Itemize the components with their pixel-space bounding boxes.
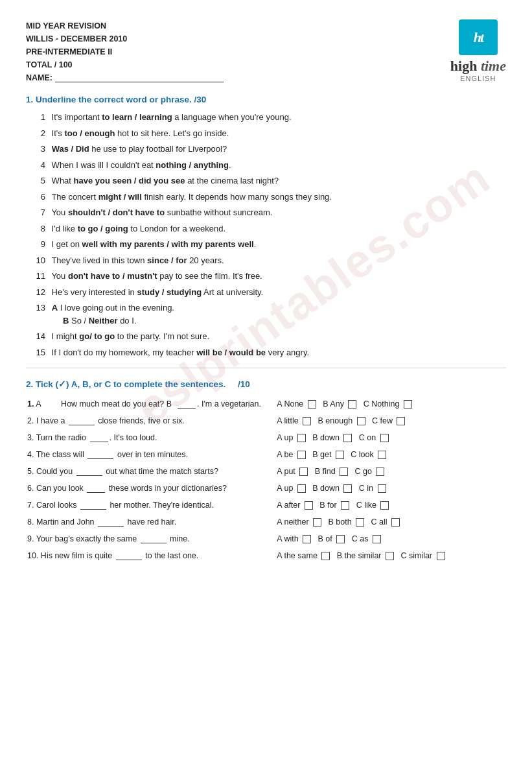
logo-icon: ht xyxy=(459,19,498,55)
table-row: 9. Your bag's exactly the same mine. A w… xyxy=(26,530,506,547)
right-cell: A up B down C on xyxy=(275,429,506,446)
checkbox-9b[interactable] xyxy=(336,535,345,543)
checkbox-8b[interactable] xyxy=(356,518,364,527)
left-cell: 2. I have a close friends, five or six. xyxy=(26,412,275,429)
checkbox-3b[interactable] xyxy=(343,434,352,442)
checkbox-1c[interactable] xyxy=(404,400,412,409)
checkbox-8c[interactable] xyxy=(391,518,400,527)
checkbox-7b[interactable] xyxy=(341,501,349,510)
blank xyxy=(76,468,102,476)
checkbox-4c[interactable] xyxy=(378,451,386,459)
checkbox-6b[interactable] xyxy=(343,484,352,493)
checkbox-6c[interactable] xyxy=(378,484,386,493)
blank xyxy=(69,417,95,425)
checkbox-2c[interactable] xyxy=(397,417,405,425)
list-item: 13 A I love going out in the evening. B … xyxy=(32,302,506,327)
left-cell: 6. Can you look these words in your dict… xyxy=(26,480,275,497)
right-cell: A put B find C go xyxy=(275,463,506,480)
section1-title: 1. Underline the correct word or phrase.… xyxy=(26,95,506,104)
list-item: 2 It's too / enough hot to sit here. Let… xyxy=(32,127,506,140)
page-content: MID YEAR REVISION WILLIS - DECEMBER 2010… xyxy=(26,19,506,564)
checkbox-4b[interactable] xyxy=(336,451,344,459)
logo-sub: English xyxy=(460,75,496,82)
checkbox-5b[interactable] xyxy=(340,468,348,476)
blank xyxy=(90,434,108,442)
right-cell: A be B get C look xyxy=(275,446,506,463)
list-item: 11 You don't have to / mustn't pay to se… xyxy=(32,270,506,283)
list-item: 5 What have you seen / did you see at th… xyxy=(32,174,506,187)
checkbox-7a[interactable] xyxy=(305,501,313,510)
checkbox-8a[interactable] xyxy=(313,518,321,527)
right-cell: A after B for C like xyxy=(275,497,506,514)
checkbox-2b[interactable] xyxy=(357,417,365,425)
table-row: 6. Can you look these words in your dict… xyxy=(26,480,506,497)
right-cell: A None B Any C Nothing xyxy=(275,396,506,412)
list-item: 1 It's important to learn / learning a l… xyxy=(32,111,506,124)
section2-title: 2. Tick (✓) A, B, or C to complete the s… xyxy=(26,379,506,389)
right-cell: A with B of C as xyxy=(275,530,506,547)
left-cell: 9. Your bag's exactly the same mine. xyxy=(26,530,275,547)
left-cell: 1. A How much meat do you eat? B . I'm a… xyxy=(26,396,275,412)
table-row: 1. A How much meat do you eat? B . I'm a… xyxy=(26,396,506,412)
checkbox-3c[interactable] xyxy=(380,434,389,442)
logo-time: time xyxy=(481,58,506,74)
list-item: 12 He's very interested in study / study… xyxy=(32,286,506,299)
header-area: MID YEAR REVISION WILLIS - DECEMBER 2010… xyxy=(26,19,506,84)
checkbox-3a[interactable] xyxy=(297,434,306,442)
checkbox-4a[interactable] xyxy=(297,451,306,459)
checkbox-1a[interactable] xyxy=(308,400,316,409)
exercise-list-1: 1 It's important to learn / learning a l… xyxy=(32,111,506,359)
list-item: 6 The concert might / will finish early.… xyxy=(32,191,506,204)
name-label: NAME: xyxy=(26,71,52,84)
checkbox-5c[interactable] xyxy=(376,468,384,476)
list-item: 9 I get on well with my parents / with m… xyxy=(32,238,506,251)
list-item: 3 Was / Did he use to play football for … xyxy=(32,143,506,156)
list-item: 7 You shouldn't / don't have to sunbathe… xyxy=(32,206,506,219)
blank xyxy=(141,535,167,543)
list-item: 14 I might go/ to go to the party. I'm n… xyxy=(32,330,506,343)
name-underline xyxy=(55,73,224,82)
checkbox-7c[interactable] xyxy=(380,501,389,510)
blank xyxy=(178,400,196,409)
table-row: 8. Martin and John have red hair. A neit… xyxy=(26,514,506,530)
header-line1: MID YEAR REVISION xyxy=(26,19,224,32)
checkbox-2a[interactable] xyxy=(303,417,311,425)
checkbox-10b[interactable] xyxy=(386,552,394,560)
header-text: MID YEAR REVISION WILLIS - DECEMBER 2010… xyxy=(26,19,224,84)
header-line2: WILLIS - DECEMBER 2010 xyxy=(26,32,224,45)
blank xyxy=(87,451,113,459)
list-item: 15 If I don't do my homework, my teacher… xyxy=(32,346,506,359)
tick-table: 1. A How much meat do you eat? B . I'm a… xyxy=(26,396,506,564)
checkbox-6a[interactable] xyxy=(297,484,306,493)
table-row: 4. The class will over in ten minutes. A… xyxy=(26,446,506,463)
checkbox-9c[interactable] xyxy=(373,535,381,543)
table-row: 10. His new film is quite to the last on… xyxy=(26,547,506,564)
checkbox-10a[interactable] xyxy=(321,552,330,560)
checkbox-5a[interactable] xyxy=(299,468,308,476)
header-name-line: NAME: xyxy=(26,71,224,84)
table-row: 2. I have a close friends, five or six. … xyxy=(26,412,506,429)
list-item: 8 I'd like to go / going to London for a… xyxy=(32,222,506,235)
section-divider xyxy=(26,368,506,368)
blank xyxy=(116,552,142,560)
logo: ht high time English xyxy=(450,19,506,82)
right-cell: A up B down C in xyxy=(275,480,506,497)
checkbox-10c[interactable] xyxy=(437,552,445,560)
blank xyxy=(80,501,106,510)
blank xyxy=(98,518,124,527)
list-item: 4 When I was ill I couldn't eat nothing … xyxy=(32,159,506,172)
left-cell: 3. Turn the radio . It's too loud. xyxy=(26,429,275,446)
section1: 1. Underline the correct word or phrase.… xyxy=(26,95,506,359)
section2: 2. Tick (✓) A, B, or C to complete the s… xyxy=(26,379,506,564)
header-line3: PRE-INTERMEDIATE II xyxy=(26,45,224,58)
right-cell: A little B enough C few xyxy=(275,412,506,429)
left-cell: 5. Could you out what time the match sta… xyxy=(26,463,275,480)
checkbox-9a[interactable] xyxy=(303,535,311,543)
right-cell: A the same B the similar C similar xyxy=(275,547,506,564)
checkbox-1b[interactable] xyxy=(348,400,356,409)
list-item: 10 They've lived in this town since / fo… xyxy=(32,254,506,267)
table-row: 5. Could you out what time the match sta… xyxy=(26,463,506,480)
left-cell: 10. His new film is quite to the last on… xyxy=(26,547,275,564)
right-cell: A neither B both C all xyxy=(275,514,506,530)
logo-brand: high time xyxy=(450,58,506,75)
